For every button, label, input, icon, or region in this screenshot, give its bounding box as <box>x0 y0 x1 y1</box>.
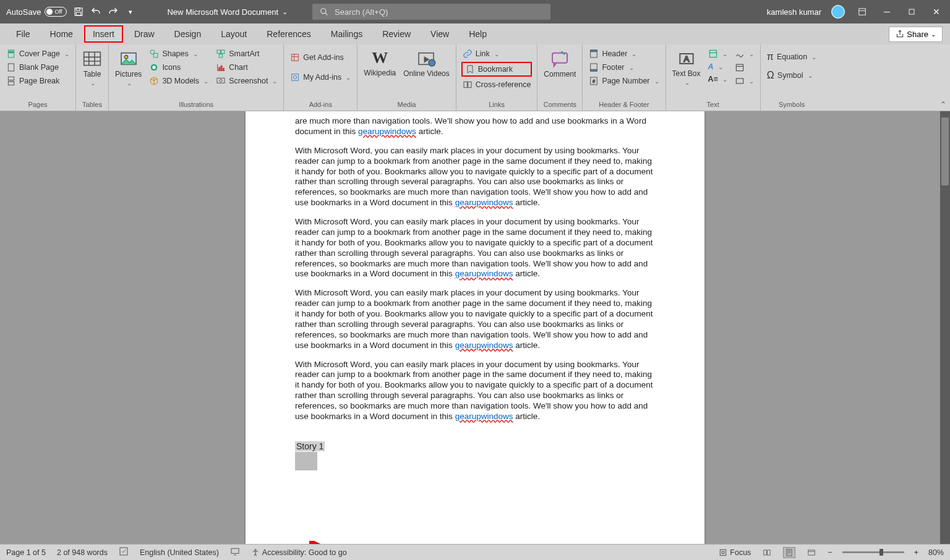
equation-button[interactable]: πEquation <box>766 51 818 63</box>
svg-rect-50 <box>722 551 725 554</box>
tab-draw[interactable]: Draw <box>126 25 163 43</box>
undo-icon[interactable] <box>90 6 101 17</box>
tab-review[interactable]: Review <box>374 25 419 43</box>
chart-button[interactable]: Chart <box>215 62 278 73</box>
textbox-button[interactable]: A Text Box <box>671 48 702 87</box>
tab-mailings[interactable]: Mailings <box>322 25 371 43</box>
hyperlink[interactable]: gearupwindows <box>455 341 513 350</box>
get-addins-button[interactable]: Get Add-ins <box>289 52 352 63</box>
group-tables: Table Tables <box>76 45 109 111</box>
status-words[interactable]: 2 of 948 words <box>57 548 108 557</box>
focus-mode-button[interactable]: Focus <box>719 548 751 557</box>
svg-rect-43 <box>736 64 743 70</box>
svg-rect-9 <box>8 77 14 80</box>
web-layout-icon[interactable] <box>805 547 818 558</box>
vertical-scrollbar[interactable] <box>940 111 950 544</box>
svg-rect-5 <box>909 9 914 14</box>
redo-icon[interactable] <box>108 6 119 17</box>
selection-box[interactable] <box>295 452 317 470</box>
share-button[interactable]: Share ⌄ <box>889 27 943 42</box>
tab-layout[interactable]: Layout <box>212 25 255 43</box>
story-heading[interactable]: Story 1 <box>295 441 325 470</box>
document-area[interactable]: are much more than navigation tools. We'… <box>0 111 950 544</box>
svg-rect-10 <box>8 82 14 85</box>
symbol-button[interactable]: ΩSymbol <box>766 69 818 82</box>
page-break-button[interactable]: Page Break <box>5 75 71 87</box>
scrollbar-thumb[interactable] <box>941 117 949 185</box>
quick-parts-button[interactable] <box>707 48 729 59</box>
pictures-button[interactable]: Pictures <box>114 48 143 87</box>
dropcap-button[interactable]: A≡ <box>707 74 729 84</box>
group-label-media: Media <box>357 100 456 111</box>
date-time-button[interactable] <box>734 62 755 73</box>
user-avatar[interactable] <box>831 5 845 19</box>
maximize-icon[interactable] <box>904 4 919 19</box>
hyperlink[interactable]: gearupwindows <box>455 412 513 421</box>
zoom-slider[interactable] <box>842 551 904 553</box>
tab-insert[interactable]: Insert <box>84 25 123 43</box>
status-accessibility[interactable]: Accessibility: Good to go <box>251 548 347 557</box>
object-button[interactable] <box>734 75 755 87</box>
paragraph[interactable]: are much more than navigation tools. We'… <box>295 116 655 137</box>
svg-rect-37 <box>591 69 597 71</box>
online-videos-button[interactable]: Online Videos <box>402 48 451 78</box>
display-settings-icon[interactable] <box>230 546 240 558</box>
page[interactable]: are much more than navigation tools. We'… <box>246 111 704 544</box>
tab-view[interactable]: View <box>422 25 458 43</box>
tab-home[interactable]: Home <box>41 25 82 43</box>
hyperlink[interactable]: gearupwindows <box>455 269 513 278</box>
footer-button[interactable]: Footer <box>588 62 660 73</box>
bookmark-button[interactable]: Bookmark <box>461 62 533 77</box>
wordart-button[interactable]: A <box>707 62 729 72</box>
svg-rect-51 <box>787 549 792 556</box>
autosave-toggle[interactable]: AutoSave Off <box>6 7 67 17</box>
comment-button[interactable]: Comment <box>542 48 577 79</box>
signature-line-button[interactable] <box>734 48 755 59</box>
zoom-out-button[interactable]: − <box>828 548 832 557</box>
spellcheck-icon[interactable] <box>119 546 129 558</box>
page-number-button[interactable]: #Page Number <box>588 75 660 87</box>
hyperlink[interactable]: gearupwindows <box>455 198 513 207</box>
screenshot-button[interactable]: Screenshot <box>215 75 278 87</box>
table-button[interactable]: Table <box>81 48 103 87</box>
username-label[interactable]: kamlesh kumar <box>767 7 821 17</box>
wikipedia-button[interactable]: W Wikipedia <box>362 48 397 78</box>
tab-help[interactable]: Help <box>460 25 495 43</box>
cross-reference-button[interactable]: Cross-reference <box>461 79 533 90</box>
tab-design[interactable]: Design <box>166 25 210 43</box>
smartart-button[interactable]: SmartArt <box>215 48 278 59</box>
zoom-level[interactable]: 80% <box>928 548 944 557</box>
svg-rect-11 <box>84 52 101 65</box>
paragraph[interactable]: With Microsoft Word, you can easily mark… <box>295 360 655 422</box>
my-addins-button[interactable]: My Add-ins <box>289 72 352 83</box>
tab-references[interactable]: References <box>258 25 320 43</box>
save-icon[interactable] <box>73 6 84 17</box>
paragraph[interactable]: With Microsoft Word, you can easily mark… <box>295 146 655 208</box>
shapes-button[interactable]: Shapes <box>148 48 210 59</box>
icons-button[interactable]: Icons <box>148 62 210 73</box>
search-input[interactable]: Search (Alt+Q) <box>312 4 550 20</box>
link-button[interactable]: Link <box>461 48 533 59</box>
hyperlink[interactable]: gearupwindows <box>358 127 416 136</box>
ribbon: Cover Page Blank Page Page Break Pages T… <box>0 45 950 111</box>
document-title[interactable]: New Microsoft Word Document ⌄ <box>167 7 288 17</box>
qat-customize-icon[interactable]: ▾ <box>125 6 136 17</box>
cover-page-button[interactable]: Cover Page <box>5 48 71 59</box>
blank-page-button[interactable]: Blank Page <box>5 62 71 73</box>
close-icon[interactable]: ✕ <box>929 4 944 19</box>
minimize-icon[interactable]: ─ <box>879 4 894 19</box>
zoom-in-button[interactable]: + <box>914 548 918 557</box>
tab-file[interactable]: File <box>7 25 39 43</box>
status-language[interactable]: English (United States) <box>140 548 219 557</box>
ribbon-display-icon[interactable] <box>855 4 870 19</box>
svg-point-25 <box>220 79 222 82</box>
paragraph[interactable]: With Microsoft Word, you can easily mark… <box>295 217 655 279</box>
3d-models-button[interactable]: 3D Models <box>148 75 210 87</box>
read-mode-icon[interactable] <box>761 547 773 558</box>
group-label-hf: Header & Footer <box>583 100 665 111</box>
print-layout-icon[interactable] <box>783 547 795 558</box>
collapse-ribbon-icon[interactable]: ⌃ <box>940 100 946 109</box>
paragraph[interactable]: With Microsoft Word, you can easily mark… <box>295 288 655 350</box>
status-page[interactable]: Page 1 of 5 <box>6 548 46 557</box>
header-button[interactable]: Header <box>588 48 660 59</box>
